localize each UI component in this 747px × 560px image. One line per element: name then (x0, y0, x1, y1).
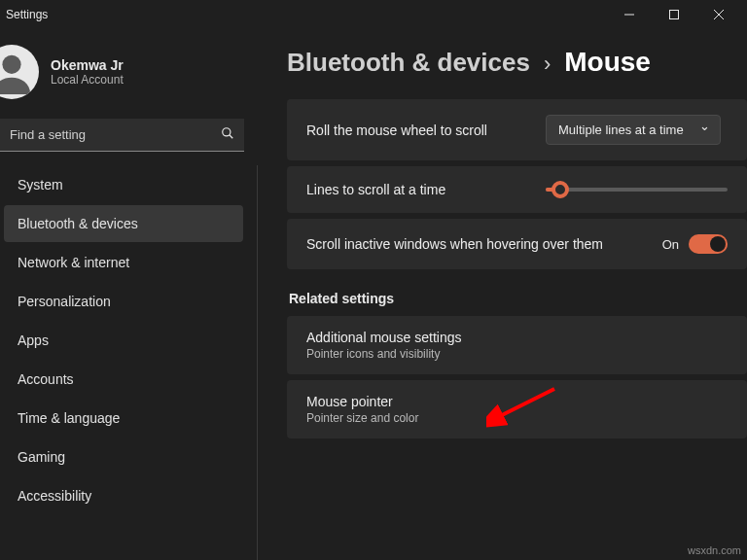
related-title: Related settings (289, 291, 747, 306)
sidebar-item-system[interactable]: System (4, 166, 243, 203)
sidebar-item-gaming[interactable]: Gaming (4, 438, 243, 475)
lines-slider[interactable] (546, 188, 728, 192)
link-mouse-pointer[interactable]: Mouse pointer Pointer size and color (287, 380, 747, 438)
link-title: Additional mouse settings (306, 330, 728, 345)
app-title: Settings (6, 8, 48, 21)
setting-inactive-windows: Scroll inactive windows when hovering ov… (287, 219, 747, 269)
setting-roll-wheel: Roll the mouse wheel to scroll Multiple … (287, 99, 747, 160)
content: Bluetooth & devices › Mouse Roll the mou… (258, 29, 747, 560)
search-icon (221, 126, 234, 144)
setting-label: Lines to scroll at a time (306, 182, 530, 197)
profile-name: Okemwa Jr (51, 57, 124, 73)
maximize-button[interactable] (652, 0, 696, 29)
profile-sub: Local Account (51, 73, 124, 87)
svg-line-6 (230, 134, 233, 138)
sidebar-item-bluetooth[interactable]: Bluetooth & devices (4, 205, 243, 242)
minimize-button[interactable] (607, 0, 652, 29)
chevron-right-icon: › (544, 52, 551, 77)
titlebar: Settings (0, 0, 747, 29)
breadcrumb: Bluetooth & devices › Mouse (287, 47, 747, 78)
link-additional-mouse-settings[interactable]: Additional mouse settings Pointer icons … (287, 316, 747, 374)
avatar (0, 45, 39, 99)
sidebar-item-network[interactable]: Network & internet (4, 244, 243, 281)
sidebar-item-apps[interactable]: Apps (4, 322, 243, 359)
sidebar-item-personalization[interactable]: Personalization (4, 283, 243, 320)
breadcrumb-current: Mouse (564, 47, 651, 78)
close-button[interactable] (696, 0, 741, 29)
link-title: Mouse pointer (306, 394, 728, 409)
slider-thumb[interactable] (551, 181, 569, 198)
link-desc: Pointer icons and visibility (306, 347, 728, 361)
svg-point-4 (2, 55, 20, 74)
link-desc: Pointer size and color (306, 411, 728, 425)
setting-lines: Lines to scroll at a time (287, 166, 747, 213)
profile[interactable]: Okemwa Jr Local Account (0, 37, 258, 115)
sidebar: Okemwa Jr Local Account System Bluetooth… (0, 29, 258, 560)
svg-point-5 (223, 127, 231, 135)
sidebar-item-accounts[interactable]: Accounts (4, 361, 243, 398)
roll-wheel-dropdown[interactable]: Multiple lines at a time (546, 115, 721, 145)
sidebar-item-time[interactable]: Time & language (4, 400, 243, 437)
setting-label: Roll the mouse wheel to scroll (306, 122, 530, 138)
breadcrumb-parent[interactable]: Bluetooth & devices (287, 48, 530, 78)
sidebar-item-accessibility[interactable]: Accessibility (4, 477, 243, 514)
search-input[interactable] (10, 127, 221, 142)
setting-label: Scroll inactive windows when hovering ov… (306, 236, 647, 252)
search-box[interactable] (0, 119, 244, 152)
watermark: wsxdn.com (688, 544, 741, 556)
toggle-state-label: On (662, 237, 679, 252)
svg-rect-1 (670, 11, 679, 19)
inactive-toggle[interactable] (689, 234, 728, 254)
nav: System Bluetooth & devices Network & int… (0, 165, 258, 560)
